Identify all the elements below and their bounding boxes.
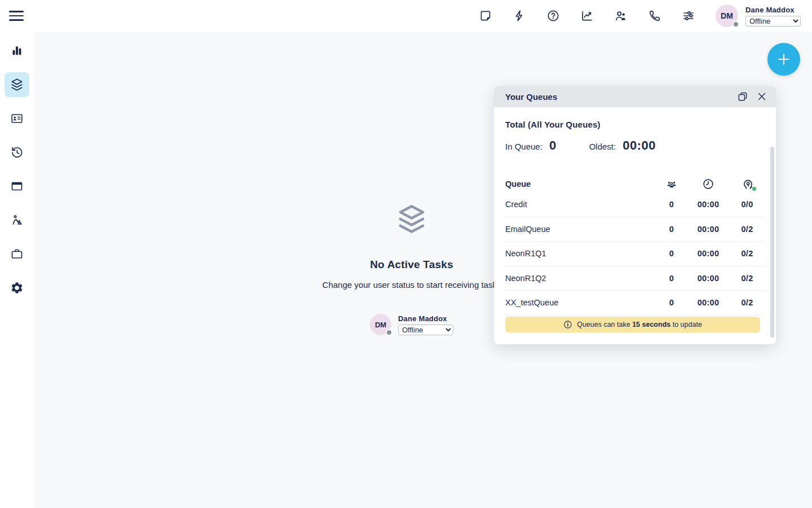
shortcuts-icon[interactable] <box>513 9 526 23</box>
close-icon[interactable] <box>756 90 768 103</box>
queue-table-header: Queue <box>505 176 765 192</box>
your-queues-panel: Your Queues Total (All Your Queues) In Q… <box>494 86 776 344</box>
plus-icon <box>776 52 791 67</box>
briefcase-icon <box>10 247 24 261</box>
notes-icon[interactable] <box>479 9 492 23</box>
menu-toggle-button[interactable] <box>9 8 25 24</box>
offline-status-dot <box>732 21 739 28</box>
popout-icon[interactable] <box>736 90 749 103</box>
oldest-value: 00:00 <box>623 138 656 153</box>
user-name: Dane Maddox <box>398 314 453 323</box>
oldest-label: Oldest: <box>589 142 616 151</box>
add-task-button[interactable] <box>767 43 800 76</box>
waiting-contacts-icon <box>665 178 678 190</box>
panel-title: Your Queues <box>505 92 730 102</box>
online-indicator-dot <box>752 187 756 191</box>
phone-icon[interactable] <box>648 9 661 23</box>
sidebar-item-builder[interactable] <box>5 208 29 233</box>
empty-state-title: No Active Tasks <box>299 259 524 271</box>
totals-heading: Total (All Your Queues) <box>505 120 765 129</box>
gear-icon <box>10 281 24 295</box>
user-status-select[interactable]: Offline <box>398 325 453 335</box>
sidebar-item-analytics[interactable] <box>5 38 29 63</box>
wait-time-icon <box>702 178 714 190</box>
agents-capacity-icon <box>741 178 754 191</box>
bar-chart-icon <box>10 44 24 58</box>
queue-row[interactable]: EmailQueue 0 00:00 0/2 <box>505 217 765 242</box>
queue-row[interactable]: Credit 0 00:00 0/0 <box>505 192 765 217</box>
sidebar-item-workspace[interactable] <box>5 72 29 97</box>
avatar: DM <box>370 314 391 335</box>
preferences-icon[interactable] <box>682 9 695 23</box>
sidebar-item-briefcase[interactable] <box>5 242 29 266</box>
in-queue-value: 0 <box>549 138 557 153</box>
dashboards-icon[interactable] <box>580 9 594 23</box>
construction-worker-icon <box>10 213 24 227</box>
browser-window-icon <box>10 179 24 193</box>
totals-row: In Queue: 0 Oldest: 00:00 <box>505 138 765 153</box>
info-icon <box>563 320 572 329</box>
sidebar-item-contacts-card[interactable] <box>5 106 29 131</box>
sidebar-item-history[interactable] <box>5 140 29 165</box>
topbar-icon-row <box>479 9 695 23</box>
layers-icon <box>10 77 24 92</box>
contact-card-icon <box>10 112 24 125</box>
panel-header: Your Queues <box>494 86 776 107</box>
panel-body: Total (All Your Queues) In Queue: 0 Olde… <box>494 107 776 344</box>
queue-row[interactable]: NeonR1Q2 0 00:00 0/2 <box>505 266 765 291</box>
user-name: Dane Maddox <box>745 6 801 14</box>
no-tasks-layers-icon <box>395 202 429 236</box>
user-status-chip: DM Dane Maddox Offline <box>370 314 453 335</box>
queue-row[interactable]: XX_testQueue 0 00:00 0/2 <box>505 291 765 316</box>
queue-row[interactable]: NeonR1Q1 0 00:00 0/2 <box>505 242 765 266</box>
sidebar-item-settings[interactable] <box>5 275 29 300</box>
top-bar: DM Dane Maddox Offline <box>0 0 812 32</box>
panel-scrollbar[interactable] <box>770 147 774 338</box>
left-sidebar <box>0 32 34 508</box>
in-queue-label: In Queue: <box>505 142 542 151</box>
history-icon <box>10 146 24 159</box>
help-icon[interactable] <box>546 9 560 23</box>
user-status-select[interactable]: Offline <box>745 16 801 27</box>
queue-column-header: Queue <box>505 179 656 189</box>
offline-status-dot <box>386 329 392 336</box>
queues-update-notice: Queues can take 15 seconds to update <box>505 317 760 332</box>
topbar-user-area: DM Dane Maddox Offline <box>716 5 801 27</box>
sidebar-item-browser[interactable] <box>5 174 29 199</box>
avatar[interactable]: DM <box>716 5 738 27</box>
contacts-icon[interactable] <box>614 9 628 23</box>
